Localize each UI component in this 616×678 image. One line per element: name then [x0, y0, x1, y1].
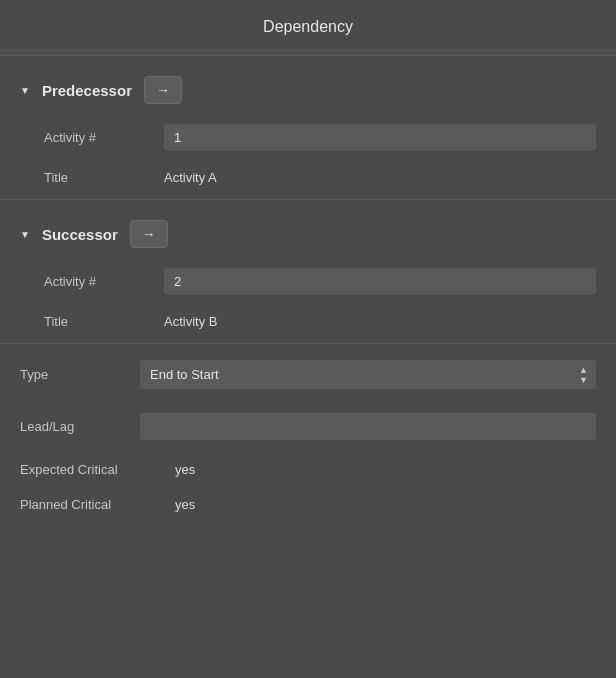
lead-lag-input[interactable]	[140, 413, 596, 440]
expected-critical-row: Expected Critical yes	[0, 452, 616, 487]
predecessor-section: ▼ Predecessor → Activity # Title Activit…	[0, 60, 616, 195]
successor-title-value: Activity B	[164, 314, 217, 329]
type-label: Type	[20, 367, 140, 382]
successor-section: ▼ Successor → Activity # Title Activity …	[0, 204, 616, 339]
dependency-panel: Dependency ▼ Predecessor → Activity # Ti…	[0, 0, 616, 678]
predecessor-title-label: Title	[44, 170, 164, 185]
predecessor-nav-arrow-icon: →	[156, 82, 170, 98]
predecessor-divider	[0, 199, 616, 200]
successor-activity-num-label: Activity #	[44, 274, 164, 289]
successor-nav-arrow-icon: →	[142, 226, 156, 242]
panel-title: Dependency	[0, 0, 616, 51]
successor-nav-button[interactable]: →	[130, 220, 168, 248]
successor-title-row: Title Activity B	[0, 303, 616, 339]
header-divider	[0, 55, 616, 56]
predecessor-header: ▼ Predecessor →	[0, 60, 616, 116]
predecessor-title: Predecessor	[42, 82, 132, 99]
predecessor-collapse-arrow[interactable]: ▼	[20, 85, 30, 96]
predecessor-activity-num-label: Activity #	[44, 130, 164, 145]
planned-critical-label: Planned Critical	[20, 497, 175, 512]
successor-title: Successor	[42, 226, 118, 243]
expected-critical-label: Expected Critical	[20, 462, 175, 477]
successor-header: ▼ Successor →	[0, 204, 616, 260]
successor-activity-num-row: Activity #	[0, 260, 616, 303]
lead-lag-label: Lead/Lag	[20, 419, 140, 434]
lead-lag-row: Lead/Lag	[0, 401, 616, 452]
type-select-wrapper: End to Start Start to Start End to End S…	[140, 360, 596, 389]
predecessor-title-value: Activity A	[164, 170, 217, 185]
planned-critical-value: yes	[175, 497, 195, 512]
predecessor-activity-num-row: Activity #	[0, 116, 616, 159]
type-select[interactable]: End to Start Start to Start End to End S…	[140, 360, 596, 389]
type-row: Type End to Start Start to Start End to …	[0, 348, 616, 401]
predecessor-title-row: Title Activity A	[0, 159, 616, 195]
predecessor-nav-button[interactable]: →	[144, 76, 182, 104]
title-text: Dependency	[263, 18, 353, 35]
successor-divider	[0, 343, 616, 344]
successor-collapse-arrow[interactable]: ▼	[20, 229, 30, 240]
successor-activity-num-input[interactable]	[164, 268, 596, 295]
planned-critical-row: Planned Critical yes	[0, 487, 616, 522]
successor-title-label: Title	[44, 314, 164, 329]
expected-critical-value: yes	[175, 462, 195, 477]
predecessor-activity-num-input[interactable]	[164, 124, 596, 151]
